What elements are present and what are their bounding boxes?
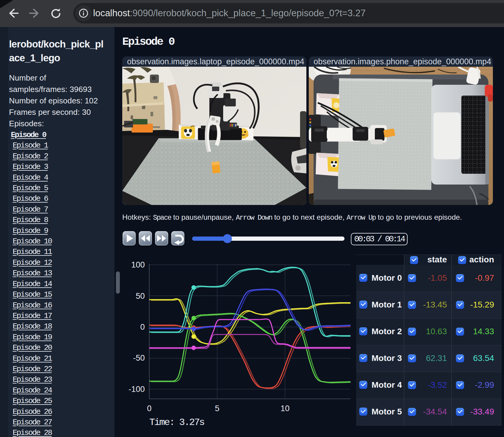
svg-text:5: 5	[215, 404, 219, 413]
svg-text:0: 0	[147, 404, 151, 413]
svg-text:0: 0	[140, 322, 145, 332]
svg-text:-50: -50	[133, 353, 145, 362]
svg-text:-100: -100	[129, 385, 145, 394]
svg-text:10: 10	[281, 404, 290, 413]
svg-text:50: 50	[136, 292, 145, 301]
svg-text:100: 100	[131, 260, 145, 269]
